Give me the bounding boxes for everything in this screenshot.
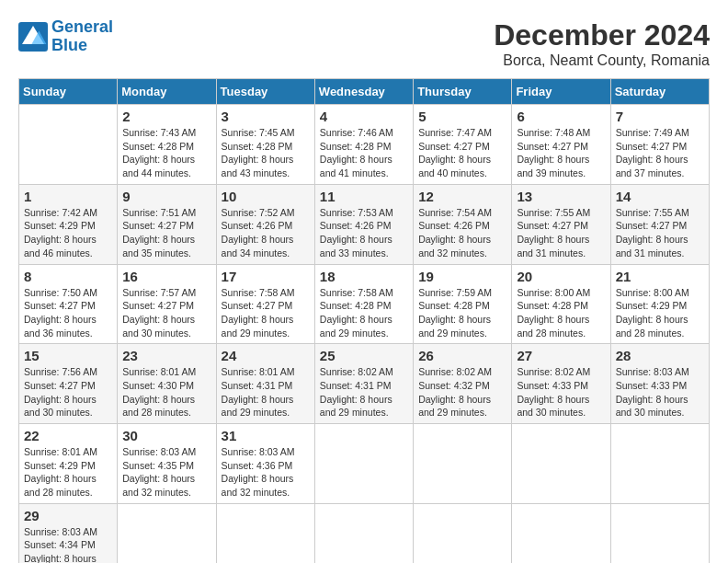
day-info: Sunrise: 7:58 AM Sunset: 4:28 PM Dayligh… xyxy=(320,286,408,340)
day-number: 30 xyxy=(122,428,210,443)
title-block: December 2024 Borca, Neamt County, Roman… xyxy=(494,18,710,69)
day-number: 16 xyxy=(122,269,210,284)
day-info: Sunrise: 8:03 AM Sunset: 4:35 PM Dayligh… xyxy=(122,445,210,500)
day-number: 4 xyxy=(320,109,408,124)
calendar-week-row: 8 Sunrise: 7:50 AM Sunset: 4:27 PM Dayli… xyxy=(19,264,710,344)
calendar-cell xyxy=(512,503,610,563)
calendar-cell: 22 Sunrise: 8:01 AM Sunset: 4:29 PM Dayl… xyxy=(19,424,118,504)
day-info: Sunrise: 7:56 AM Sunset: 4:27 PM Dayligh… xyxy=(24,365,112,419)
calendar-cell xyxy=(118,503,216,563)
calendar-cell: 21 Sunrise: 8:00 AM Sunset: 4:29 PM Dayl… xyxy=(610,264,709,344)
calendar-week-row: 15 Sunrise: 7:56 AM Sunset: 4:27 PM Dayl… xyxy=(19,344,710,424)
day-info: Sunrise: 8:01 AM Sunset: 4:31 PM Dayligh… xyxy=(222,365,310,419)
day-number: 6 xyxy=(517,109,605,124)
header-monday: Monday xyxy=(118,79,216,105)
calendar-cell xyxy=(216,503,314,563)
calendar-cell xyxy=(414,424,512,504)
day-number: 5 xyxy=(418,109,506,124)
calendar-cell: 23 Sunrise: 8:01 AM Sunset: 4:30 PM Dayl… xyxy=(118,344,216,424)
calendar-cell: 4 Sunrise: 7:46 AM Sunset: 4:28 PM Dayli… xyxy=(314,105,413,185)
calendar-week-row: 22 Sunrise: 8:01 AM Sunset: 4:29 PM Dayl… xyxy=(19,424,710,504)
calendar-cell: 9 Sunrise: 7:51 AM Sunset: 4:27 PM Dayli… xyxy=(118,184,216,264)
day-info: Sunrise: 8:02 AM Sunset: 4:32 PM Dayligh… xyxy=(418,365,506,419)
calendar-cell: 7 Sunrise: 7:49 AM Sunset: 4:27 PM Dayli… xyxy=(610,105,709,185)
calendar-cell: 19 Sunrise: 7:59 AM Sunset: 4:28 PM Dayl… xyxy=(414,264,512,344)
day-info: Sunrise: 7:59 AM Sunset: 4:28 PM Dayligh… xyxy=(418,286,506,340)
day-number: 9 xyxy=(122,189,210,204)
calendar-cell: 3 Sunrise: 7:45 AM Sunset: 4:28 PM Dayli… xyxy=(216,105,314,185)
calendar-cell: 17 Sunrise: 7:58 AM Sunset: 4:27 PM Dayl… xyxy=(216,264,314,344)
calendar-cell: 5 Sunrise: 7:47 AM Sunset: 4:27 PM Dayli… xyxy=(414,105,512,185)
day-info: Sunrise: 8:03 AM Sunset: 4:34 PM Dayligh… xyxy=(24,525,112,563)
calendar-cell: 1 Sunrise: 7:42 AM Sunset: 4:29 PM Dayli… xyxy=(19,184,118,264)
calendar-cell: 6 Sunrise: 7:48 AM Sunset: 4:27 PM Dayli… xyxy=(512,105,610,185)
day-number: 22 xyxy=(24,428,112,443)
calendar-cell xyxy=(414,503,512,563)
day-info: Sunrise: 7:58 AM Sunset: 4:27 PM Dayligh… xyxy=(222,286,310,340)
day-number: 7 xyxy=(616,109,704,124)
calendar-cell: 29 Sunrise: 8:03 AM Sunset: 4:34 PM Dayl… xyxy=(19,503,118,563)
day-info: Sunrise: 8:00 AM Sunset: 4:28 PM Dayligh… xyxy=(517,286,605,340)
day-info: Sunrise: 8:02 AM Sunset: 4:33 PM Dayligh… xyxy=(517,365,605,419)
day-number: 23 xyxy=(122,348,210,363)
calendar-week-row: 29 Sunrise: 8:03 AM Sunset: 4:34 PM Dayl… xyxy=(19,503,710,563)
calendar-cell: 11 Sunrise: 7:53 AM Sunset: 4:26 PM Dayl… xyxy=(314,184,413,264)
day-info: Sunrise: 7:55 AM Sunset: 4:27 PM Dayligh… xyxy=(517,206,605,260)
calendar-cell: 31 Sunrise: 8:03 AM Sunset: 4:36 PM Dayl… xyxy=(216,424,314,504)
calendar-cell: 27 Sunrise: 8:02 AM Sunset: 4:33 PM Dayl… xyxy=(512,344,610,424)
calendar-cell: 15 Sunrise: 7:56 AM Sunset: 4:27 PM Dayl… xyxy=(19,344,118,424)
day-info: Sunrise: 7:45 AM Sunset: 4:28 PM Dayligh… xyxy=(222,126,310,180)
day-info: Sunrise: 7:43 AM Sunset: 4:28 PM Dayligh… xyxy=(122,126,210,180)
day-info: Sunrise: 7:50 AM Sunset: 4:27 PM Dayligh… xyxy=(24,286,112,340)
day-info: Sunrise: 7:42 AM Sunset: 4:29 PM Dayligh… xyxy=(24,206,112,260)
day-number: 12 xyxy=(418,189,506,204)
day-info: Sunrise: 7:52 AM Sunset: 4:26 PM Dayligh… xyxy=(222,206,310,260)
header-tuesday: Tuesday xyxy=(216,79,314,105)
calendar-cell: 30 Sunrise: 8:03 AM Sunset: 4:35 PM Dayl… xyxy=(118,424,216,504)
logo-icon xyxy=(18,22,48,52)
day-number: 2 xyxy=(122,109,210,124)
calendar-table: SundayMondayTuesdayWednesdayThursdayFrid… xyxy=(18,78,710,563)
header-wednesday: Wednesday xyxy=(314,79,413,105)
calendar-cell: 25 Sunrise: 8:02 AM Sunset: 4:31 PM Dayl… xyxy=(314,344,413,424)
logo: General Blue xyxy=(18,18,113,55)
day-info: Sunrise: 7:47 AM Sunset: 4:27 PM Dayligh… xyxy=(418,126,506,180)
calendar-cell: 26 Sunrise: 8:02 AM Sunset: 4:32 PM Dayl… xyxy=(414,344,512,424)
day-info: Sunrise: 8:03 AM Sunset: 4:36 PM Dayligh… xyxy=(222,445,310,500)
calendar-cell xyxy=(610,503,709,563)
day-number: 1 xyxy=(24,189,112,204)
day-number: 24 xyxy=(222,348,310,363)
calendar-week-row: 2 Sunrise: 7:43 AM Sunset: 4:28 PM Dayli… xyxy=(19,105,710,185)
logo-line2: Blue xyxy=(51,36,87,54)
day-number: 19 xyxy=(418,269,506,284)
day-info: Sunrise: 8:01 AM Sunset: 4:30 PM Dayligh… xyxy=(122,365,210,419)
day-info: Sunrise: 8:02 AM Sunset: 4:31 PM Dayligh… xyxy=(320,365,408,419)
day-info: Sunrise: 7:46 AM Sunset: 4:28 PM Dayligh… xyxy=(320,126,408,180)
logo-text: General Blue xyxy=(51,18,113,55)
calendar-cell: 14 Sunrise: 7:55 AM Sunset: 4:27 PM Dayl… xyxy=(610,184,709,264)
calendar-cell: 28 Sunrise: 8:03 AM Sunset: 4:33 PM Dayl… xyxy=(610,344,709,424)
day-number: 31 xyxy=(222,428,310,443)
day-info: Sunrise: 7:55 AM Sunset: 4:27 PM Dayligh… xyxy=(616,206,704,260)
day-info: Sunrise: 8:00 AM Sunset: 4:29 PM Dayligh… xyxy=(616,286,704,340)
header-sunday: Sunday xyxy=(19,79,118,105)
day-number: 25 xyxy=(320,348,408,363)
calendar-cell xyxy=(19,105,118,185)
calendar-cell: 10 Sunrise: 7:52 AM Sunset: 4:26 PM Dayl… xyxy=(216,184,314,264)
calendar-cell xyxy=(314,424,413,504)
day-info: Sunrise: 7:48 AM Sunset: 4:27 PM Dayligh… xyxy=(517,126,605,180)
calendar-cell: 24 Sunrise: 8:01 AM Sunset: 4:31 PM Dayl… xyxy=(216,344,314,424)
day-number: 28 xyxy=(616,348,704,363)
day-info: Sunrise: 8:03 AM Sunset: 4:33 PM Dayligh… xyxy=(616,365,704,419)
calendar-cell: 18 Sunrise: 7:58 AM Sunset: 4:28 PM Dayl… xyxy=(314,264,413,344)
calendar-cell: 16 Sunrise: 7:57 AM Sunset: 4:27 PM Dayl… xyxy=(118,264,216,344)
day-info: Sunrise: 7:57 AM Sunset: 4:27 PM Dayligh… xyxy=(122,286,210,340)
day-number: 20 xyxy=(517,269,605,284)
day-number: 21 xyxy=(616,269,704,284)
page-header: General Blue December 2024 Borca, Neamt … xyxy=(18,18,710,69)
logo-line1: General xyxy=(51,17,113,36)
day-number: 13 xyxy=(517,189,605,204)
day-info: Sunrise: 7:49 AM Sunset: 4:27 PM Dayligh… xyxy=(616,126,704,180)
day-info: Sunrise: 7:54 AM Sunset: 4:26 PM Dayligh… xyxy=(418,206,506,260)
day-number: 26 xyxy=(418,348,506,363)
